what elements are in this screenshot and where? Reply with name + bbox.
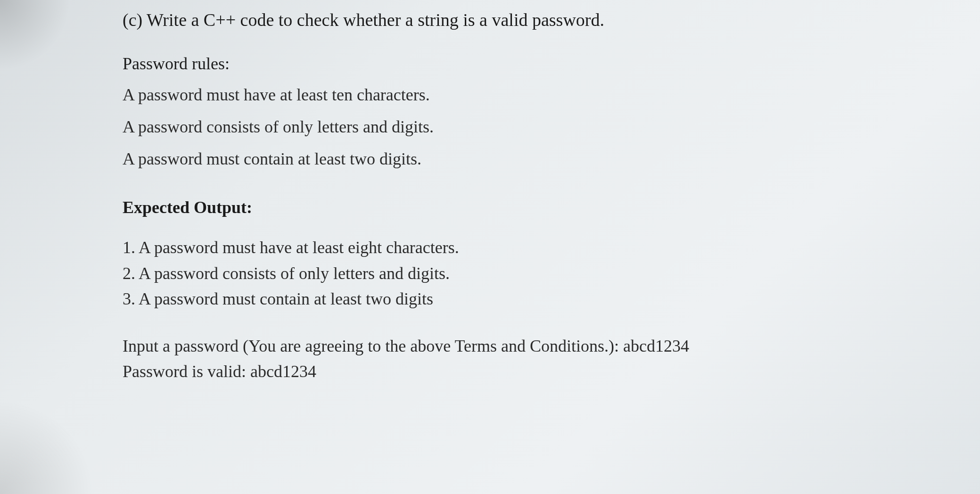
- sample-input-prompt: Input a password (You are agreeing to th…: [123, 334, 886, 358]
- rule-item: A password must have at least ten charac…: [123, 82, 886, 107]
- rules-header: Password rules:: [123, 54, 886, 74]
- sample-output-result: Password is valid: abcd1234: [123, 360, 886, 383]
- rule-item: A password consists of only letters and …: [123, 114, 886, 140]
- output-item: 3. A password must contain at least two …: [123, 288, 886, 311]
- password-rules-section: Password rules: A password must have at …: [123, 54, 886, 172]
- question-label: (c): [123, 10, 142, 30]
- expected-output-list: 1. A password must have at least eight c…: [123, 236, 886, 311]
- expected-output-header: Expected Output:: [123, 198, 886, 217]
- rule-item: A password must contain at least two dig…: [123, 146, 886, 172]
- output-item: 2. A password consists of only letters a…: [123, 262, 886, 285]
- question-text: Write a C++ code to check whether a stri…: [147, 10, 604, 30]
- output-item: 1. A password must have at least eight c…: [123, 236, 886, 259]
- question-prompt: (c) Write a C++ code to check whether a …: [123, 9, 886, 30]
- sample-run-section: Input a password (You are agreeing to th…: [123, 334, 886, 384]
